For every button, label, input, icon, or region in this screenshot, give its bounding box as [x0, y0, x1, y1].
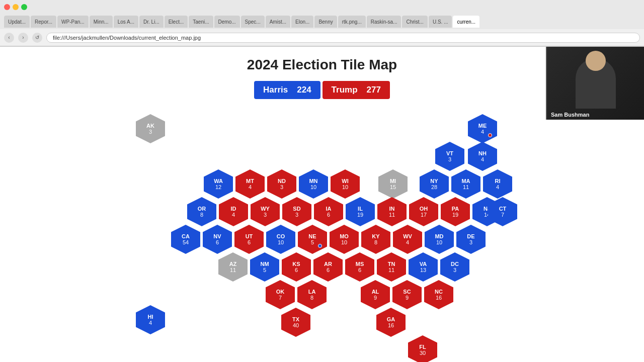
- state-abbr: WY: [261, 206, 270, 212]
- state-hex-hi[interactable]: HI 4: [136, 305, 165, 334]
- forward-button[interactable]: ›: [18, 33, 28, 43]
- state-abbr: NE: [308, 233, 316, 239]
- minimize-button[interactable]: [13, 4, 19, 10]
- state-hex-ms[interactable]: MS 6: [345, 252, 374, 282]
- state-hex-il[interactable]: IL 19: [346, 197, 375, 226]
- browser-tab[interactable]: Benny: [314, 16, 337, 28]
- state-hex-ga[interactable]: GA 16: [376, 308, 406, 337]
- hex-bg: MS 6: [345, 252, 374, 282]
- state-hex-al[interactable]: AL 9: [361, 280, 390, 309]
- hex-bg: SC 9: [392, 280, 422, 309]
- state-hex-nv[interactable]: NV 6: [203, 225, 232, 254]
- hex-bg: UT 6: [234, 225, 264, 254]
- state-abbr: GA: [387, 316, 395, 322]
- browser-tab[interactable]: Dr. Li...: [139, 16, 164, 28]
- reload-button[interactable]: ↺: [32, 33, 42, 43]
- state-hex-ut[interactable]: UT 6: [234, 225, 264, 254]
- state-hex-wa[interactable]: WA 12: [204, 169, 233, 199]
- state-hex-wi[interactable]: WI 10: [331, 169, 360, 199]
- state-abbr: IA: [326, 206, 332, 212]
- hex-bg: IL 19: [346, 197, 375, 226]
- state-hex-de[interactable]: DE 3: [456, 225, 486, 254]
- state-hex-ar[interactable]: AR 6: [313, 252, 343, 282]
- state-hex-mi[interactable]: MI 15: [378, 169, 408, 199]
- hex-bg: IA 6: [314, 197, 343, 226]
- state-hex-ny[interactable]: NY 28: [420, 169, 449, 199]
- state-abbr: WA: [214, 178, 223, 184]
- state-votes: 19: [452, 212, 458, 218]
- browser-tab[interactable]: Christ...: [402, 16, 427, 28]
- state-hex-la[interactable]: LA 8: [297, 280, 327, 309]
- state-hex-nd[interactable]: ND 3: [267, 169, 296, 199]
- state-hex-ca[interactable]: CA 54: [171, 225, 200, 254]
- state-hex-co[interactable]: CO 10: [266, 225, 295, 254]
- state-hex-ak[interactable]: AK 3: [136, 114, 165, 143]
- state-hex-tn[interactable]: TN 11: [377, 252, 406, 282]
- state-hex-sd[interactable]: SD 3: [282, 197, 311, 226]
- hex-bg: OR 8: [187, 197, 216, 226]
- state-abbr: CT: [499, 206, 507, 212]
- state-hex-ct[interactable]: CT 7: [488, 197, 517, 226]
- state-hex-me[interactable]: ME 4: [468, 114, 497, 143]
- browser-tab[interactable]: Demo...: [214, 16, 240, 28]
- browser-tab[interactable]: Minn...: [90, 16, 113, 28]
- browser-tab[interactable]: Repor...: [31, 16, 56, 28]
- state-hex-or[interactable]: OR 8: [187, 197, 216, 226]
- state-hex-fl[interactable]: FL 30: [408, 335, 437, 362]
- state-hex-md[interactable]: MD 10: [425, 225, 454, 254]
- state-hex-ky[interactable]: KY 8: [361, 225, 390, 254]
- hex-bg: TX 40: [281, 308, 310, 337]
- url-input[interactable]: file:///Users/jackmullen/Downloads/curre…: [46, 33, 640, 43]
- hex-bg: CT 7: [488, 197, 517, 226]
- state-abbr: KY: [372, 233, 379, 239]
- close-button[interactable]: [4, 4, 10, 10]
- state-hex-dc[interactable]: DC 3: [440, 252, 469, 282]
- state-hex-mo[interactable]: MO 10: [330, 225, 359, 254]
- browser-tab[interactable]: Elect...: [165, 16, 188, 28]
- browser-tab[interactable]: Spec...: [241, 16, 265, 28]
- state-votes: 3: [453, 267, 456, 273]
- harris-label: Harris: [263, 85, 288, 95]
- state-votes: 4: [496, 184, 499, 190]
- browser-tab[interactable]: curren...: [453, 16, 479, 28]
- browser-tab[interactable]: rtk.png...: [338, 16, 366, 28]
- browser-tab[interactable]: Raskin-sa...: [367, 16, 401, 28]
- browser-tab[interactable]: Elon...: [291, 16, 313, 28]
- browser-tab[interactable]: Amist...: [266, 16, 290, 28]
- state-hex-ia[interactable]: IA 6: [314, 197, 343, 226]
- browser-tab[interactable]: Updat...: [4, 16, 30, 28]
- state-hex-ok[interactable]: OK 7: [266, 280, 295, 309]
- browser-tab[interactable]: Los A...: [114, 16, 138, 28]
- state-hex-id[interactable]: ID 4: [219, 197, 248, 226]
- state-hex-mn[interactable]: MN 10: [299, 169, 328, 199]
- hex-bg: NE 5: [298, 225, 327, 254]
- state-hex-ks[interactable]: KS 6: [282, 252, 311, 282]
- state-hex-mt[interactable]: MT 4: [235, 169, 265, 199]
- state-hex-nm[interactable]: NM 5: [250, 252, 279, 282]
- state-hex-tx[interactable]: TX 40: [281, 308, 310, 337]
- score-row: Harris 224 Trump 277: [254, 81, 390, 99]
- state-hex-wy[interactable]: WY 3: [251, 197, 280, 226]
- state-hex-pa[interactable]: PA 19: [441, 197, 470, 226]
- state-hex-nh[interactable]: NH 4: [468, 142, 497, 171]
- state-hex-vt[interactable]: VT 3: [435, 142, 464, 171]
- state-hex-in[interactable]: IN 11: [377, 197, 407, 226]
- state-votes: 7: [501, 212, 504, 218]
- state-votes: 3: [280, 184, 283, 190]
- state-hex-nc[interactable]: NC 16: [424, 280, 453, 309]
- state-abbr: LA: [308, 289, 316, 295]
- state-hex-ri[interactable]: RI 4: [483, 169, 512, 199]
- back-button[interactable]: ‹: [4, 33, 14, 43]
- maximize-button[interactable]: [21, 4, 27, 10]
- browser-tab[interactable]: WP-Pan...: [57, 16, 89, 28]
- hex-bg: MA 11: [451, 169, 480, 199]
- browser-tab[interactable]: Taeni...: [189, 16, 213, 28]
- state-hex-ma[interactable]: MA 11: [451, 169, 480, 199]
- state-hex-az[interactable]: AZ 11: [218, 252, 248, 282]
- state-hex-va[interactable]: VA 13: [409, 252, 438, 282]
- browser-tab[interactable]: U.S. ...: [429, 16, 452, 28]
- state-hex-sc[interactable]: SC 9: [392, 280, 422, 309]
- state-hex-wv[interactable]: WV 4: [393, 225, 422, 254]
- state-hex-oh[interactable]: OH 17: [409, 197, 438, 226]
- state-hex-ne[interactable]: NE 5: [298, 225, 327, 254]
